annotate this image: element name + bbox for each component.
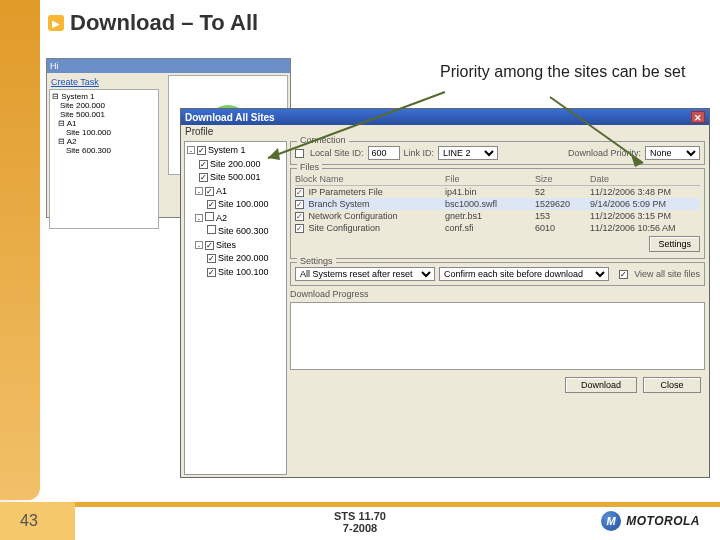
svg-line-0 — [268, 92, 445, 158]
slide-title: Download – To All — [70, 10, 258, 36]
brand-logo: M MOTOROLA — [601, 511, 700, 531]
play-icon: ▶ — [48, 15, 64, 31]
files-header: Block Name File Size Date — [295, 173, 700, 186]
arrow-right — [545, 95, 655, 172]
file-row[interactable]: ✓ Site Configurationconf.sfi601011/12/20… — [295, 222, 700, 234]
tree-node[interactable]: ✓Site 100.000 — [187, 198, 284, 212]
close-button[interactable]: Close — [643, 377, 701, 393]
tree-node[interactable]: - A2 — [187, 212, 284, 226]
tree-node[interactable]: ✓Site 100.100 — [187, 266, 284, 280]
confirm-select[interactable]: Confirm each site before download — [439, 267, 609, 281]
slide-bg-gold — [0, 0, 40, 500]
motorola-icon: M — [601, 511, 621, 531]
slide-title-row: ▶ Download – To All — [48, 10, 258, 36]
files-group: Files Block Name File Size Date ✓ IP Par… — [290, 168, 705, 259]
tree-node[interactable]: ✓Site 200.000 — [187, 252, 284, 266]
file-row[interactable]: ✓ Network Configurationgnetr.bs115311/12… — [295, 210, 700, 222]
svg-line-2 — [550, 97, 643, 163]
task-window-titlebar[interactable]: Hi — [47, 59, 290, 73]
site-tree[interactable]: -✓System 1✓Site 200.000✓Site 500.001-✓A1… — [184, 141, 287, 475]
create-task-link[interactable]: Create Task — [51, 77, 164, 87]
progress-box — [290, 302, 705, 370]
file-row[interactable]: ✓ Branch Systembsc1000.swfl15296209/14/2… — [295, 198, 700, 210]
settings-button[interactable]: Settings — [649, 236, 700, 252]
tree-node[interactable]: -✓A1 — [187, 185, 284, 199]
viewall-label: View all site files — [634, 269, 700, 279]
tree-node[interactable]: Site 600.300 — [187, 225, 284, 239]
viewall-checkbox[interactable]: ✓ — [619, 270, 628, 279]
slide-footer: 43 STS 11.707-2008 M MOTOROLA — [0, 502, 720, 540]
tree-node[interactable]: ✓Site 500.001 — [187, 171, 284, 185]
file-row[interactable]: ✓ IP Parameters Fileip41.bin5211/12/2006… — [295, 186, 700, 198]
slide-annotation: Priority among the sites can be set — [440, 62, 685, 81]
close-icon[interactable]: ✕ — [691, 111, 705, 123]
svg-marker-1 — [268, 148, 280, 160]
download-button[interactable]: Download — [565, 377, 637, 393]
arrow-left — [260, 90, 450, 167]
task-tree[interactable]: ⊟ System 1 Site 200.000 Site 500.001 ⊟ A… — [49, 89, 159, 229]
reset-select[interactable]: All Systems reset after reset — [295, 267, 435, 281]
tree-node[interactable]: -✓Sites — [187, 239, 284, 253]
settings-group-label: Settings — [297, 256, 336, 266]
progress-label: Download Progress — [290, 289, 705, 299]
settings-group: Settings All Systems reset after reset C… — [290, 262, 705, 286]
